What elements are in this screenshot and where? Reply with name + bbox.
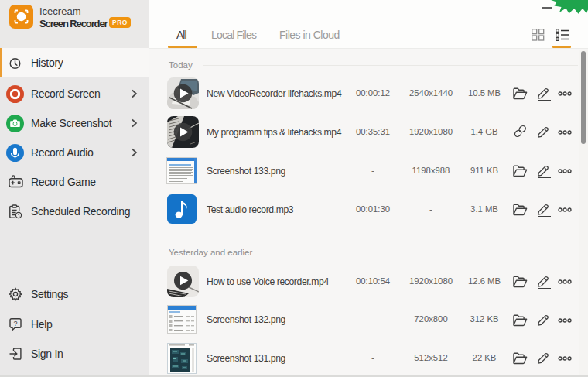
svg-text:?: ? <box>13 320 17 327</box>
